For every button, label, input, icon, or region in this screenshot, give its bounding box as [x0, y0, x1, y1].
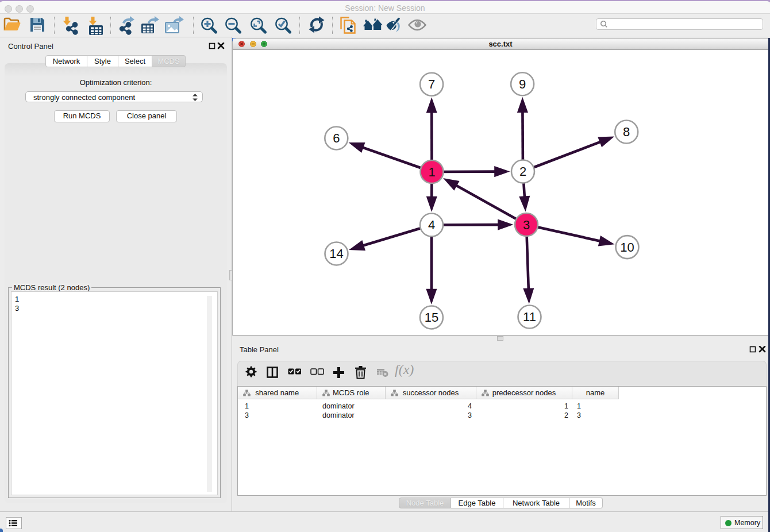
svg-text:6: 6: [333, 131, 340, 145]
svg-text:11: 11: [523, 310, 536, 324]
svg-text:4: 4: [428, 218, 435, 232]
svg-text:14: 14: [329, 246, 343, 261]
svg-text:2: 2: [519, 164, 526, 179]
svg-text:8: 8: [623, 125, 630, 139]
svg-text:7: 7: [428, 77, 435, 91]
svg-text:3: 3: [523, 218, 530, 232]
svg-text:1: 1: [428, 165, 435, 179]
svg-text:10: 10: [620, 240, 634, 255]
svg-text:15: 15: [425, 310, 438, 325]
svg-text:9: 9: [519, 77, 526, 91]
